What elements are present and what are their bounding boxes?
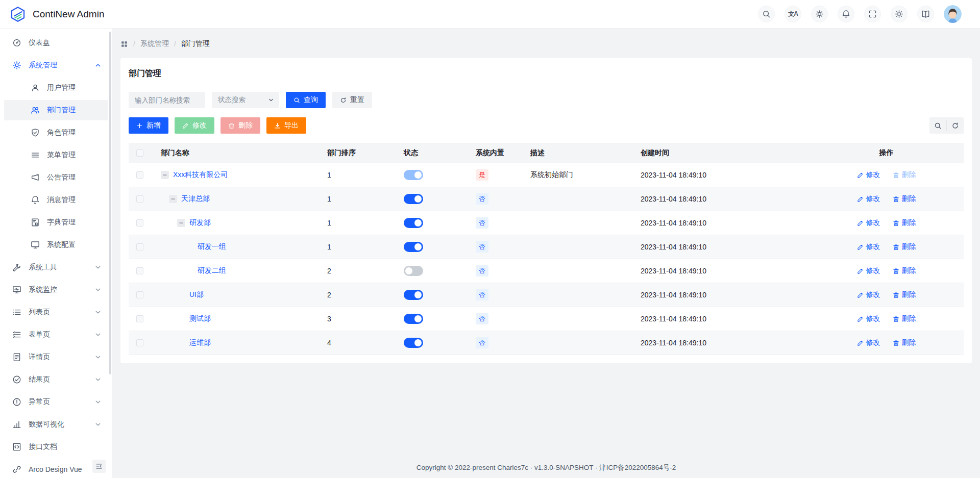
row-delete-button[interactable]: 删除 xyxy=(893,290,916,299)
department-link[interactable]: 运维部 xyxy=(189,338,211,347)
row-edit-button[interactable]: 修改 xyxy=(857,218,880,228)
row-checkbox[interactable] xyxy=(136,291,143,298)
tree-collapse-button[interactable] xyxy=(177,219,185,227)
department-link[interactable]: 测试部 xyxy=(189,314,211,323)
table-refresh-button[interactable] xyxy=(947,117,964,134)
sidebar-item-user-group[interactable]: 部门管理 xyxy=(4,100,108,120)
department-link[interactable]: Xxx科技有限公司 xyxy=(173,170,228,180)
status-filter-select[interactable]: 状态搜索 xyxy=(212,92,279,108)
user-icon xyxy=(31,83,40,92)
sidebar-item-bell[interactable]: 消息管理 xyxy=(4,190,108,210)
chevron-down-icon xyxy=(94,264,102,271)
pencil-icon xyxy=(182,122,189,129)
sidebar-item-shield-check[interactable]: 角色管理 xyxy=(4,122,108,143)
dept-sort: 1 xyxy=(319,243,396,251)
translate-icon: 文A xyxy=(788,10,798,18)
reset-button-label: 重置 xyxy=(350,95,364,105)
table-row: Xxx科技有限公司1是系统初始部门2023-11-04 18:49:10修改删除 xyxy=(129,163,964,187)
user-avatar[interactable] xyxy=(944,5,962,23)
tree-collapse-button[interactable] xyxy=(161,171,169,179)
theme-button[interactable] xyxy=(811,6,828,22)
sidebar-item-bar-chart[interactable]: 数据可视化 xyxy=(4,414,108,435)
row-delete-button[interactable]: 删除 xyxy=(893,242,916,251)
reset-button[interactable]: 重置 xyxy=(332,92,372,108)
sidebar: 仪表盘系统管理用户管理部门管理角色管理菜单管理公告管理消息管理字典管理系统配置系… xyxy=(0,29,112,478)
search-button[interactable]: 查询 xyxy=(286,92,326,108)
sidebar-item-dictionary[interactable]: 字典管理 xyxy=(4,212,108,233)
delete-button[interactable]: 删除 xyxy=(220,117,260,134)
table-row: 研发二组2否2023-11-04 18:49:10修改删除 xyxy=(129,259,964,283)
status-toggle[interactable] xyxy=(404,314,423,324)
department-link[interactable]: 研发二组 xyxy=(198,266,226,275)
department-link[interactable]: 研发一组 xyxy=(198,242,226,251)
row-edit-button[interactable]: 修改 xyxy=(857,290,880,299)
status-toggle[interactable] xyxy=(404,338,423,348)
row-delete-button[interactable]: 删除 xyxy=(893,170,916,180)
table-search-button[interactable] xyxy=(929,117,946,134)
builtin-badge: 否 xyxy=(476,265,488,276)
sidebar-item-file-text[interactable]: 详情页 xyxy=(4,347,108,367)
sidebar-item-menu-lines[interactable]: 菜单管理 xyxy=(4,145,108,165)
add-button[interactable]: 新增 xyxy=(129,117,168,134)
status-toggle[interactable] xyxy=(404,242,423,252)
sidebar-item-label: 公告管理 xyxy=(47,173,102,182)
row-edit-button[interactable]: 修改 xyxy=(857,338,880,347)
sidebar-item-user[interactable]: 用户管理 xyxy=(4,78,108,98)
sidebar-item-dashboard[interactable]: 仪表盘 xyxy=(4,33,108,53)
dept-description: 系统初始部门 xyxy=(522,170,632,180)
row-checkbox[interactable] xyxy=(136,171,143,179)
department-link[interactable]: 研发部 xyxy=(189,218,211,228)
sidebar-item-wrench[interactable]: 系统工具 xyxy=(4,257,108,278)
row-edit-button[interactable]: 修改 xyxy=(857,242,880,251)
fullscreen-button[interactable] xyxy=(864,6,881,22)
sidebar-collapse-button[interactable] xyxy=(92,460,106,473)
sidebar-item-monitor-pulse[interactable]: 系统监控 xyxy=(4,280,108,300)
row-delete-button[interactable]: 删除 xyxy=(893,266,916,275)
export-button[interactable]: 导出 xyxy=(266,117,306,134)
sidebar-item-list[interactable]: 列表页 xyxy=(4,302,108,322)
status-toggle[interactable] xyxy=(404,266,423,276)
row-delete-button[interactable]: 删除 xyxy=(893,194,916,204)
row-delete-button[interactable]: 删除 xyxy=(893,218,916,228)
search-button[interactable] xyxy=(758,6,775,22)
sidebar-item-desktop[interactable]: 系统配置 xyxy=(4,235,108,255)
row-delete-button[interactable]: 删除 xyxy=(893,314,916,323)
docs-button[interactable] xyxy=(917,6,934,22)
department-name-search-input[interactable] xyxy=(129,92,205,108)
row-checkbox[interactable] xyxy=(136,267,143,274)
row-edit-button[interactable]: 修改 xyxy=(857,194,880,204)
status-toggle[interactable] xyxy=(404,218,423,228)
row-checkbox[interactable] xyxy=(136,339,143,346)
apps-icon[interactable] xyxy=(120,40,128,48)
sidebar-item-check-circle[interactable]: 结果页 xyxy=(4,369,108,390)
settings-button[interactable] xyxy=(891,6,908,22)
row-delete-button[interactable]: 删除 xyxy=(893,338,916,347)
status-toggle[interactable] xyxy=(404,170,423,180)
plus-icon xyxy=(136,122,143,129)
edit-button[interactable]: 修改 xyxy=(175,117,214,134)
tree-collapse-button[interactable] xyxy=(169,195,177,203)
sidebar-item-gear[interactable]: 系统管理 xyxy=(4,55,108,76)
row-checkbox[interactable] xyxy=(136,315,143,322)
row-edit-button[interactable]: 修改 xyxy=(857,170,880,180)
sidebar-item-warning-circle[interactable]: 异常页 xyxy=(4,392,108,412)
builtin-badge: 否 xyxy=(476,241,488,253)
row-edit-button[interactable]: 修改 xyxy=(857,314,880,323)
status-toggle[interactable] xyxy=(404,194,423,204)
row-checkbox[interactable] xyxy=(136,219,143,227)
department-link[interactable]: UI部 xyxy=(189,290,204,299)
row-checkbox[interactable] xyxy=(136,243,143,250)
select-all-checkbox[interactable] xyxy=(136,149,143,157)
row-edit-button[interactable]: 修改 xyxy=(857,266,880,275)
sidebar-scrollbar[interactable] xyxy=(109,32,111,374)
checklist-icon xyxy=(12,330,21,339)
breadcrumb-item-system[interactable]: 系统管理 xyxy=(140,39,169,48)
sidebar-item-code-square[interactable]: 接口文档 xyxy=(4,437,108,457)
department-link[interactable]: 天津总部 xyxy=(181,194,210,204)
status-toggle[interactable] xyxy=(404,290,423,300)
notification-button[interactable] xyxy=(838,6,854,22)
language-button[interactable]: 文A xyxy=(785,6,801,22)
row-checkbox[interactable] xyxy=(136,195,143,203)
sidebar-item-megaphone[interactable]: 公告管理 xyxy=(4,167,108,188)
sidebar-item-checklist[interactable]: 表单页 xyxy=(4,324,108,345)
